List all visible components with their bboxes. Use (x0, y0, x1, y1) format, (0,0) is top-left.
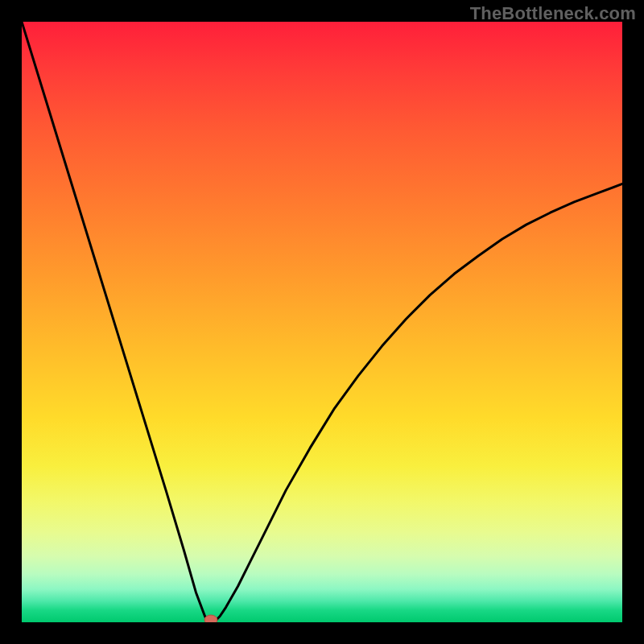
watermark-text: TheBottleneck.com (470, 3, 636, 24)
optimum-marker (204, 615, 217, 622)
bottleneck-curve (22, 22, 622, 622)
plot-area (22, 22, 622, 622)
chart-frame: TheBottleneck.com (0, 0, 644, 644)
bottleneck-curve-svg (22, 22, 622, 622)
